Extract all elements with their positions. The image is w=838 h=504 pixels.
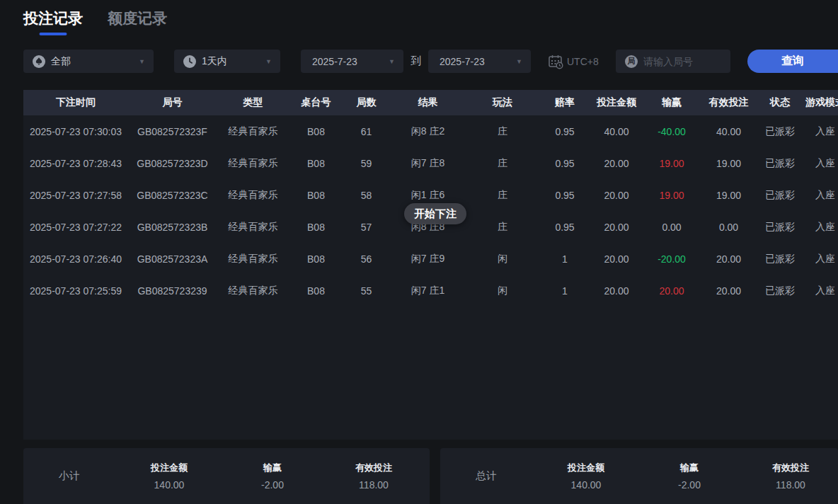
cell-odds: 1 [539,275,590,307]
subtotal-card: 小计 投注金额 140.00 输赢 -2.00 有效投注 118.00 [23,448,430,504]
date-range-to-label: 到 [403,50,428,73]
tab-bet-records[interactable]: 投注记录 [23,8,83,35]
chevron-down-icon: ▼ [139,58,145,65]
chevron-down-icon: ▼ [265,58,272,65]
cell-mode: 入座 [803,243,838,275]
cell-time: 2025-07-23 07:28:43 [23,147,128,179]
cell-table-no: B08 [289,275,343,307]
cell-result: 闲7 庄1 [390,275,466,307]
total-win-loss: 输赢 -2.00 [647,448,732,504]
cell-result: 闲7 庄9 [390,243,466,275]
cell-mode: 入座 [803,147,838,179]
cell-mode: 入座 [803,275,838,307]
start-betting-toast: 开始下注 [404,203,466,224]
cell-odds: 0.95 [539,211,590,243]
cell-win-loss: 20.00 [643,275,701,307]
tab-quota-records-label: 额度记录 [108,10,167,26]
cell-mode: 入座 [803,115,838,147]
cell-game-type: 经典百家乐 [217,115,289,147]
cell-mode: 入座 [803,179,838,211]
time-range-value: 1天内 [202,55,227,68]
cell-odds: 1 [539,243,590,275]
cell-valid-bet: 20.00 [701,243,757,275]
col-header-table-no: 桌台号 [289,90,343,115]
round-search-input[interactable] [643,56,721,67]
cell-table-no: B08 [289,243,343,275]
cell-table-no: B08 [289,115,343,147]
col-header-game-type: 类型 [217,90,289,115]
cell-odds: 0.95 [539,115,590,147]
game-type-select[interactable]: 全部 ▼ [23,50,154,73]
cell-play: 闲 [466,243,539,275]
date-to-value: 2025-7-23 [440,56,485,67]
cell-time: 2025-07-23 07:25:59 [23,275,128,307]
cell-valid-bet: 20.00 [701,275,757,307]
cell-win-loss: 19.00 [643,147,701,179]
time-range-select[interactable]: 1天内 ▼ [174,50,280,73]
cell-result: 闲7 庄8 [390,147,466,179]
table-header-row: 下注时间 局号 类型 桌台号 局数 结果 玩法 赔率 投注金额 输赢 有效投注 … [23,90,838,115]
col-header-round-id: 局号 [128,90,217,115]
cell-time: 2025-07-23 07:27:58 [23,179,128,211]
cell-valid-bet: 19.00 [701,179,757,211]
cell-status: 已派彩 [757,179,803,211]
cell-table-no: B08 [289,211,343,243]
timezone-indicator: UTC+8 [547,50,599,73]
date-from-select[interactable]: 2025-7-23 ▼ [301,50,403,73]
toast-text: 开始下注 [414,207,457,221]
table-row: 2025-07-23 07:25:59 GB0825723239 经典百家乐 B… [23,275,838,307]
cell-result: 闲8 庄2 [390,115,466,147]
clock-icon [183,55,196,68]
cell-bet-amount: 20.00 [590,211,643,243]
cell-play: 庄 [466,211,539,243]
total-bet-amount: 投注金额 140.00 [544,448,628,504]
chevron-down-icon: ▼ [516,58,522,65]
cell-table-no: B08 [289,179,343,211]
table-row: 2025-07-23 07:30:03 GB082572323F 经典百家乐 B… [23,115,838,147]
cell-mode: 入座 [803,211,838,243]
cell-game-type: 经典百家乐 [217,275,289,307]
bet-records-table: 下注时间 局号 类型 桌台号 局数 结果 玩法 赔率 投注金额 输赢 有效投注 … [23,90,838,307]
query-button[interactable]: 查询 [747,50,838,73]
cell-status: 已派彩 [757,243,803,275]
cell-odds: 0.95 [539,179,590,211]
col-header-game-mode: 游戏模式 [803,90,838,115]
cell-win-loss: -20.00 [643,243,701,275]
cell-valid-bet: 40.00 [701,115,757,147]
cell-round-no: 58 [343,179,390,211]
cell-round-id: GB082572323F [128,115,217,147]
table-row: 2025-07-23 07:26:40 GB082572323A 经典百家乐 B… [23,243,838,275]
cell-time: 2025-07-23 07:30:03 [23,115,128,147]
cell-bet-amount: 20.00 [590,243,643,275]
cell-play: 庄 [466,179,539,211]
subtotal-label: 小计 [34,448,105,504]
cell-round-id: GB082572323C [128,179,217,211]
cell-round-id: GB082572323B [128,211,217,243]
date-to-select[interactable]: 2025-7-23 ▼ [428,50,531,73]
total-valid-bet: 有效投注 118.00 [748,448,833,504]
cell-round-no: 61 [343,115,390,147]
tab-quota-records[interactable]: 额度记录 [108,8,167,35]
cell-status: 已派彩 [757,211,803,243]
col-header-win-loss: 输赢 [643,90,701,115]
cell-game-type: 经典百家乐 [217,211,289,243]
chevron-down-icon: ▼ [389,58,395,65]
cell-status: 已派彩 [757,115,803,147]
cell-play: 庄 [466,115,539,147]
cell-win-loss: 0.00 [643,211,701,243]
cell-table-no: B08 [289,147,343,179]
round-icon: 局 [625,55,638,68]
col-header-play: 玩法 [466,90,539,115]
cell-win-loss: 19.00 [643,179,701,211]
bet-records-table-container[interactable]: 下注时间 局号 类型 桌台号 局数 结果 玩法 赔率 投注金额 输赢 有效投注 … [23,90,838,440]
total-card: 总计 投注金额 140.00 输赢 -2.00 有效投注 118.00 [440,448,838,504]
date-from-value: 2025-7-23 [312,56,357,67]
col-header-bet-amount: 投注金额 [590,90,643,115]
col-header-result: 结果 [390,90,466,115]
cell-odds: 0.95 [539,147,590,179]
subtotal-win-loss: 输赢 -2.00 [230,448,315,504]
round-search-box[interactable]: 局 [616,50,730,73]
cell-bet-amount: 40.00 [590,115,643,147]
cell-status: 已派彩 [757,275,803,307]
cell-status: 已派彩 [757,147,803,179]
